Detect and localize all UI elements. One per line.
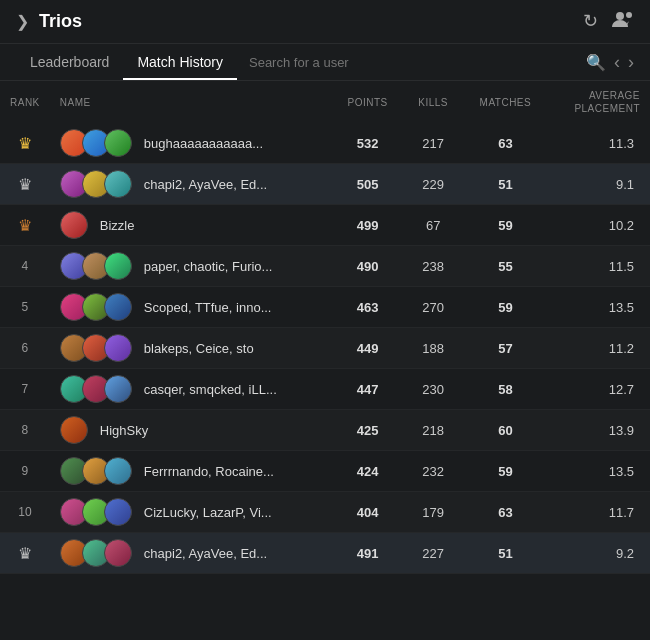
matches-cell: 51: [463, 164, 548, 205]
col-kills: KILLS: [404, 81, 463, 123]
avg-cell: 11.5: [548, 246, 650, 287]
name-cell: bughaaaaaaaaaaa...: [50, 123, 332, 163]
kills-cell: 232: [404, 451, 463, 492]
group-icon[interactable]: [612, 10, 634, 33]
search-icon[interactable]: 🔍: [586, 53, 606, 72]
kills-cell: 218: [404, 410, 463, 451]
player-name: chapi2, AyaVee, Ed...: [144, 546, 267, 561]
matches-cell: 51: [463, 533, 548, 574]
crown-icon: ♛: [18, 135, 32, 152]
header: ❯ Trios ↻: [0, 0, 650, 44]
avatars: [60, 416, 88, 444]
rank-cell: 7: [0, 369, 50, 410]
crown-icon: ♛: [18, 176, 32, 193]
kills-cell: 67: [404, 205, 463, 246]
avg-cell: 10.2: [548, 205, 650, 246]
table-row[interactable]: 9Ferrrnando, Rocaine...4242325913.5: [0, 451, 650, 492]
kills-cell: 179: [404, 492, 463, 533]
matches-cell: 55: [463, 246, 548, 287]
tab-match-history[interactable]: Match History: [123, 44, 237, 80]
avg-cell: 13.5: [548, 451, 650, 492]
avg-cell: 13.9: [548, 410, 650, 451]
table-row[interactable]: ♛Bizzle499675910.2: [0, 205, 650, 246]
back-chevron[interactable]: ❯: [16, 12, 29, 31]
rank-cell: ♛: [0, 205, 50, 246]
avg-cell: 11.7: [548, 492, 650, 533]
avatar: [104, 498, 132, 526]
next-arrow[interactable]: ›: [628, 52, 634, 73]
table-row[interactable]: 6blakeps, Ceice, sto4491885711.2: [0, 328, 650, 369]
points-cell: 424: [332, 451, 404, 492]
table-row[interactable]: 8HighSky4252186013.9: [0, 410, 650, 451]
rank-cell: 8: [0, 410, 50, 451]
points-cell: 449: [332, 328, 404, 369]
avatar: [104, 375, 132, 403]
kills-cell: 188: [404, 328, 463, 369]
table-row[interactable]: 7casqer, smqcked, iLL...4472305812.7: [0, 369, 650, 410]
avatar: [60, 416, 88, 444]
player-name: paper, chaotic, Furio...: [144, 259, 273, 274]
avatars: [60, 129, 132, 157]
tab-leaderboard[interactable]: Leaderboard: [16, 44, 123, 80]
refresh-icon[interactable]: ↻: [583, 10, 598, 33]
matches-cell: 59: [463, 451, 548, 492]
avatars: [60, 211, 88, 239]
rank-cell: 10: [0, 492, 50, 533]
avatars: [60, 457, 132, 485]
avg-cell: 11.2: [548, 328, 650, 369]
avatar: [104, 129, 132, 157]
avg-cell: 9.2: [548, 533, 650, 574]
player-name: HighSky: [100, 423, 148, 438]
avatars: [60, 334, 132, 362]
avatar: [60, 211, 88, 239]
avg-cell: 12.7: [548, 369, 650, 410]
rank-cell: 4: [0, 246, 50, 287]
player-name: Bizzle: [100, 218, 135, 233]
table-row[interactable]: 5Scoped, TTfue, inno...4632705913.5: [0, 287, 650, 328]
kills-cell: 230: [404, 369, 463, 410]
avg-cell: 13.5: [548, 287, 650, 328]
matches-cell: 58: [463, 369, 548, 410]
prev-arrow[interactable]: ‹: [614, 52, 620, 73]
avatar: [104, 539, 132, 567]
name-cell: HighSky: [50, 410, 332, 450]
matches-cell: 57: [463, 328, 548, 369]
app-container: ❯ Trios ↻ Leaderboard Match History 🔍 ‹ …: [0, 0, 650, 621]
table-row[interactable]: 4paper, chaotic, Furio...4902385511.5: [0, 246, 650, 287]
crown-icon: ♛: [18, 545, 32, 562]
player-name: CizLucky, LazarP, Vi...: [144, 505, 272, 520]
nav-arrows: ‹ ›: [614, 52, 634, 73]
player-name: casqer, smqcked, iLL...: [144, 382, 277, 397]
rank-cell: ♛: [0, 123, 50, 164]
table-row[interactable]: 10CizLucky, LazarP, Vi...4041796311.7: [0, 492, 650, 533]
table-row[interactable]: ♛chapi2, AyaVee, Ed...505229519.1: [0, 164, 650, 205]
avatars: [60, 498, 132, 526]
col-name: NAME: [50, 81, 332, 123]
player-name: blakeps, Ceice, sto: [144, 341, 254, 356]
points-cell: 505: [332, 164, 404, 205]
points-cell: 425: [332, 410, 404, 451]
player-name: chapi2, AyaVee, Ed...: [144, 177, 267, 192]
rank-cell: ♛: [0, 533, 50, 574]
kills-cell: 227: [404, 533, 463, 574]
search-area: 🔍: [245, 51, 606, 74]
rank-cell: 9: [0, 451, 50, 492]
points-cell: 491: [332, 533, 404, 574]
search-input[interactable]: [245, 51, 582, 74]
table-row[interactable]: ♛bughaaaaaaaaaaa...5322176311.3: [0, 123, 650, 164]
name-cell: Ferrrnando, Rocaine...: [50, 451, 332, 491]
points-cell: 490: [332, 246, 404, 287]
svg-point-0: [616, 12, 624, 20]
table-row[interactable]: ♛chapi2, AyaVee, Ed...491227519.2: [0, 533, 650, 574]
svg-point-1: [626, 12, 632, 18]
points-cell: 447: [332, 369, 404, 410]
matches-cell: 60: [463, 410, 548, 451]
kills-cell: 270: [404, 287, 463, 328]
avatars: [60, 539, 132, 567]
player-name: Ferrrnando, Rocaine...: [144, 464, 274, 479]
name-cell: casqer, smqcked, iLL...: [50, 369, 332, 409]
avg-cell: 11.3: [548, 123, 650, 164]
name-cell: paper, chaotic, Furio...: [50, 246, 332, 286]
rank-cell: 6: [0, 328, 50, 369]
kills-cell: 229: [404, 164, 463, 205]
